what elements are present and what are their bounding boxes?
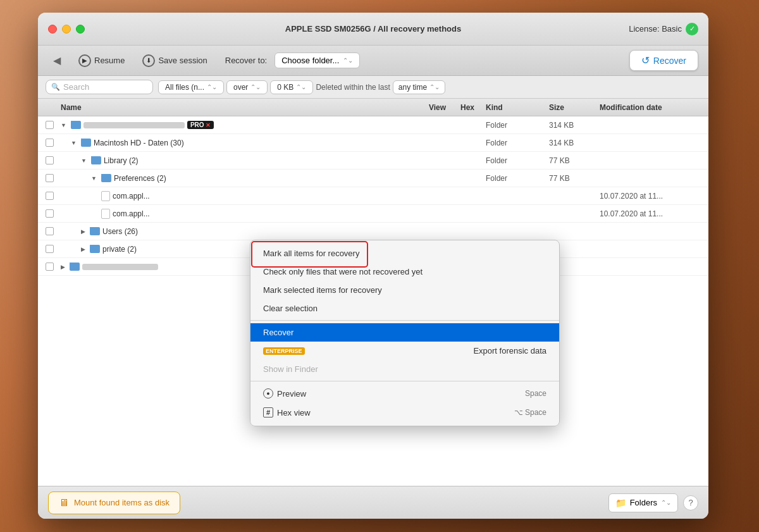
row-checkbox[interactable] (46, 227, 61, 235)
license-label: License: Basic (629, 24, 682, 34)
mount-label: Mount found items as disk (74, 498, 170, 507)
expand-icon[interactable]: ▼ (81, 158, 87, 164)
resume-button[interactable]: ▶ Resume (73, 52, 130, 70)
collapse-icon[interactable]: ▶ (81, 246, 85, 252)
mount-disk-button[interactable]: 🖥 Mount found items as disk (48, 492, 180, 514)
all-files-chevron: ⌃⌄ (207, 84, 217, 90)
pro-x-icon: ✕ (206, 122, 211, 128)
row-name-text: Users (26) (102, 227, 138, 236)
choose-folder-button[interactable]: Choose folder... ⌃⌄ (275, 53, 360, 68)
anytime-filter[interactable]: any time ⌃⌄ (393, 80, 445, 94)
table-row[interactable]: ▼ Library (2) Folder 77 KB (38, 152, 708, 170)
back-icon: ◀ (53, 54, 61, 66)
collapse-icon[interactable]: ▶ (61, 264, 65, 270)
expand-icon[interactable]: ▼ (71, 140, 77, 146)
blurred-name (83, 122, 185, 128)
row-mod: 10.07.2020 at 11... (600, 209, 701, 218)
col-view-header: View (429, 103, 460, 112)
table-row[interactable]: ▼ PRO ✕ Folder 314 KB (38, 116, 708, 134)
menu-item-export-forensic[interactable]: ENTERPRISE Export forensic data (250, 342, 559, 360)
folders-label: Folders (630, 498, 657, 507)
row-checkbox[interactable] (46, 121, 61, 129)
row-kind: Folder (486, 121, 549, 130)
over-chevron: ⌃⌄ (250, 84, 261, 90)
row-checkbox[interactable] (46, 192, 61, 200)
search-placeholder: Search (63, 82, 89, 92)
table-row[interactable]: ▼ Preferences (2) Folder 77 KB (38, 170, 708, 187)
over-filter[interactable]: over ⌃⌄ (226, 80, 268, 94)
recover-button[interactable]: ↺ Recover (629, 50, 698, 71)
row-kind: Folder (486, 156, 549, 165)
row-name: ▼ Library (2) (81, 156, 429, 165)
menu-item-label: Clear selection (263, 304, 318, 313)
context-menu: Mark all items for recovery Check only f… (250, 240, 560, 426)
row-name-text: private (2) (102, 245, 137, 254)
size-chevron: ⌃⌄ (296, 84, 306, 90)
row-name-text: com.appl... (113, 192, 150, 201)
collapse-icon[interactable]: ▶ (81, 228, 85, 235)
row-name-text: Macintosh HD - Daten (30) (94, 139, 184, 147)
row-kind: Folder (486, 139, 549, 147)
table-row[interactable]: ▶ Users (26) (38, 223, 708, 240)
maximize-button[interactable] (76, 25, 85, 34)
row-checkbox[interactable] (46, 209, 61, 218)
folders-chevron: ⌃⌄ (661, 499, 671, 506)
expand-icon[interactable]: ▼ (91, 175, 97, 182)
menu-item-show-finder[interactable]: Show in Finder (250, 360, 559, 378)
menu-item-clear-selection[interactable]: Clear selection (250, 299, 559, 318)
menu-item-check-not-recovered[interactable]: Check only files that were not recovered… (250, 263, 559, 281)
recover-button-label: Recover (653, 56, 686, 66)
row-name: ▼ Macintosh HD - Daten (30) (71, 139, 429, 147)
table-row[interactable]: com.appl... 10.07.2020 at 11... (38, 187, 708, 205)
row-checkbox[interactable] (46, 245, 61, 253)
resume-label: Resume (94, 56, 125, 65)
col-kind-header: Kind (486, 103, 549, 112)
help-label: ? (688, 498, 693, 507)
resume-icon: ▶ (78, 54, 91, 67)
row-size: 314 KB (549, 121, 600, 130)
filter-bar: 🔍 Search All files (n... ⌃⌄ over ⌃⌄ 0 KB… (38, 76, 708, 99)
folder-icon (70, 263, 80, 271)
folder-icon (101, 174, 111, 182)
anytime-chevron: ⌃⌄ (429, 84, 440, 90)
over-label: over (233, 83, 248, 92)
license-check-icon: ✓ (686, 23, 698, 35)
minimize-button[interactable] (62, 25, 71, 34)
all-files-filter[interactable]: All files (n... ⌃⌄ (158, 80, 224, 94)
file-list: ▼ PRO ✕ Folder 314 KB ▼ Macintosh (38, 116, 708, 486)
size-filter[interactable]: 0 KB ⌃⌄ (270, 80, 313, 94)
enterprise-badge: ENTERPRISE (263, 347, 305, 355)
mount-icon: 🖥 (59, 497, 69, 509)
row-checkbox[interactable] (46, 156, 61, 164)
row-checkbox[interactable] (46, 263, 61, 271)
file-icon (101, 209, 110, 219)
row-checkbox[interactable] (46, 139, 61, 147)
folders-select[interactable]: 📁 Folders ⌃⌄ (608, 493, 678, 512)
col-size-header: Size (549, 103, 600, 112)
chevron-icon: ⌃⌄ (343, 57, 353, 64)
row-name: com.appl... (101, 191, 429, 201)
menu-item-label: Export forensic data (473, 346, 546, 356)
menu-item-preview[interactable]: ● Preview Space (250, 384, 559, 403)
folder-icon (71, 121, 81, 129)
help-button[interactable]: ? (683, 495, 698, 510)
menu-item-mark-selected[interactable]: Mark selected items for recovery (250, 281, 559, 299)
all-files-label: All files (n... (165, 83, 204, 92)
close-button[interactable] (48, 25, 57, 34)
menu-item-recover[interactable]: Recover (250, 323, 559, 342)
row-name-text: Library (2) (104, 156, 139, 165)
back-button[interactable]: ◀ (48, 52, 66, 69)
table-header: Name View Hex Kind Size Modification dat… (38, 99, 708, 116)
expand-icon[interactable]: ▼ (61, 122, 66, 128)
menu-item-mark-all[interactable]: Mark all items for recovery (250, 244, 559, 263)
menu-item-hex-view[interactable]: # Hex view ⌥ Space (250, 403, 559, 422)
row-checkbox[interactable] (46, 174, 61, 182)
save-session-button[interactable]: ⬇ Save session (137, 52, 212, 70)
row-mod: 10.07.2020 at 11... (600, 192, 701, 201)
bottom-bar: 🖥 Mount found items as disk 📁 Folders ⌃⌄… (38, 486, 708, 519)
col-mod-header: Modification date (600, 103, 701, 112)
search-box[interactable]: 🔍 Search (46, 80, 153, 94)
table-row[interactable]: com.appl... 10.07.2020 at 11... (38, 205, 708, 223)
table-row[interactable]: ▼ Macintosh HD - Daten (30) Folder 314 K… (38, 134, 708, 152)
folder-icon (81, 139, 91, 147)
